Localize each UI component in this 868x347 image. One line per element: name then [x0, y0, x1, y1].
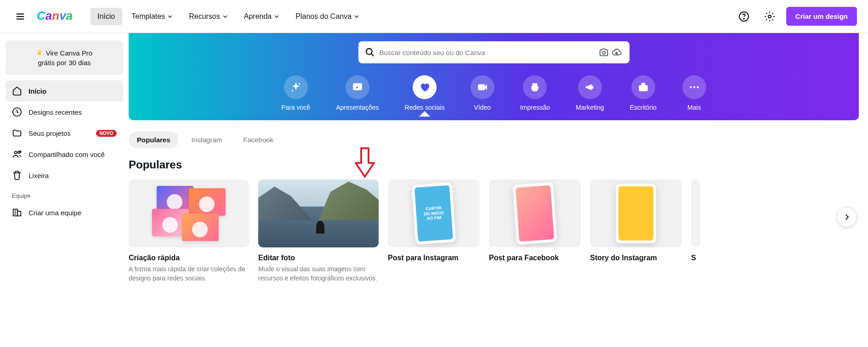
category-label: Mais [687, 104, 701, 111]
card-thumbnail [590, 179, 682, 247]
sidebar-item-trash[interactable]: Lixeira [6, 165, 123, 186]
search-input[interactable] [375, 49, 597, 56]
sidebar-item-label: Designs recentes [28, 108, 82, 116]
card-title: Post para Instagram [388, 254, 480, 262]
nav-templates[interactable]: Templates [124, 8, 180, 25]
category-label: Vídeo [474, 104, 491, 111]
folder-icon [12, 128, 22, 138]
new-badge: NOVO [96, 130, 117, 137]
pro-line1-text: Vire Canva Pro [46, 49, 92, 57]
card-edit-photo[interactable]: Editar foto Mude o visual das suas image… [258, 179, 379, 283]
svg-rect-23 [478, 84, 485, 90]
heart-icon [419, 82, 430, 93]
nav-resources[interactable]: Recursos [182, 8, 235, 25]
phone-text: CURTIR DO INÍCIO AO FIM [414, 185, 453, 241]
category-label: Apresentações [336, 104, 379, 111]
video-icon [477, 81, 488, 93]
category-marketing[interactable]: Marketing [576, 75, 604, 111]
card-description: Mude o visual das suas imagens com recur… [258, 265, 379, 283]
create-design-button[interactable]: Criar um design [786, 7, 857, 26]
sidebar-item-recent[interactable]: Designs recentes [6, 101, 123, 123]
more-icon [688, 81, 700, 93]
svg-point-21 [291, 90, 293, 91]
card-instagram-post[interactable]: CURTIR DO INÍCIO AO FIM Post para Instag… [388, 179, 480, 283]
card-thumbnail [489, 179, 581, 247]
tab-instagram[interactable]: Instagram [183, 131, 231, 148]
card-facebook-post[interactable]: Post para Facebook [489, 179, 581, 283]
category-social[interactable]: Redes sociais [405, 75, 445, 111]
svg-line-18 [371, 54, 374, 56]
svg-rect-22 [353, 83, 362, 90]
category-label: Redes sociais [405, 104, 445, 111]
card-title: Story do Instagram [590, 254, 682, 262]
briefcase-icon [637, 81, 649, 93]
pro-upgrade-banner[interactable]: ♛ Vire Canva Pro grátis por 30 dias [6, 40, 123, 75]
svg-rect-27 [639, 85, 648, 91]
pro-banner-line1: ♛ Vire Canva Pro [13, 49, 116, 57]
category-label: Escritório [630, 104, 657, 111]
trash-icon [12, 170, 22, 180]
card-thumbnail [691, 179, 700, 247]
menu-icon [15, 11, 25, 22]
settings-button[interactable] [760, 7, 779, 26]
presentation-icon [352, 81, 363, 93]
hamburger-menu[interactable] [11, 7, 29, 26]
chevron-down-icon [168, 14, 172, 19]
pro-banner-line2: grátis por 30 dias [13, 59, 116, 67]
nav-learn[interactable]: Aprenda [237, 8, 287, 25]
nav-plans[interactable]: Planos do Canva [288, 8, 366, 25]
sidebar-item-projects[interactable]: Seus projetos NOVO [6, 123, 123, 144]
svg-point-5 [743, 18, 744, 19]
home-icon [12, 86, 22, 96]
category-print[interactable]: Impressão [520, 75, 550, 111]
svg-point-28 [690, 86, 692, 88]
svg-point-29 [693, 86, 695, 88]
category-video[interactable]: Vídeo [471, 75, 494, 111]
nav-templates-label: Templates [131, 12, 165, 21]
category-label: Marketing [576, 104, 604, 111]
card-thumbnail [129, 179, 249, 247]
canva-logo[interactable]: Canva [37, 9, 79, 24]
chevron-down-icon [223, 14, 227, 19]
chevron-right-icon [843, 213, 851, 221]
search-camera-button[interactable] [597, 46, 610, 59]
search-upload-button[interactable] [610, 46, 623, 59]
nav-home[interactable]: Início [90, 8, 122, 25]
top-navbar: Canva Início Templates Recursos Aprenda … [0, 0, 868, 33]
category-label: Para você [281, 104, 310, 111]
nav-resources-label: Recursos [189, 12, 220, 21]
camera-icon [599, 47, 609, 57]
chevron-down-icon [274, 14, 279, 19]
search-wrap [349, 41, 639, 63]
svg-point-20 [299, 83, 300, 84]
card-description: A forma mais rápida de criar coleções de… [129, 265, 249, 283]
sidebar-item-home[interactable]: Início [6, 80, 123, 101]
megaphone-icon [584, 81, 596, 93]
sidebar-item-shared[interactable]: Compartilhado com você [6, 144, 123, 165]
help-icon [738, 11, 749, 22]
sidebar-item-label: Seus projetos [28, 129, 71, 137]
svg-text:Canva: Canva [37, 9, 73, 22]
help-button[interactable] [735, 7, 753, 26]
category-presentations[interactable]: Apresentações [336, 75, 379, 111]
template-cards: Criação rápida A forma mais rápida de cr… [129, 179, 859, 283]
card-instagram-story[interactable]: Story do Instagram [590, 179, 682, 283]
nav-learn-label: Aprenda [244, 12, 272, 21]
category-for-you[interactable]: Para você [281, 75, 310, 111]
hero-banner: Para você Apresentações Redes sociais Ví… [129, 33, 859, 120]
filter-tabs: Populares Instagram Facebook [129, 120, 859, 148]
svg-point-17 [366, 49, 372, 55]
svg-point-6 [768, 15, 771, 18]
card-partial[interactable]: S [691, 179, 700, 283]
people-icon [12, 149, 22, 159]
tab-popular[interactable]: Populares [129, 131, 179, 148]
carousel-next-button[interactable] [837, 207, 857, 227]
tab-facebook[interactable]: Facebook [235, 131, 282, 148]
category-more[interactable]: Mais [682, 75, 706, 111]
sidebar-item-create-team[interactable]: Criar uma equipe [6, 202, 123, 223]
search-bar[interactable] [358, 41, 630, 63]
card-quick-create[interactable]: Criação rápida A forma mais rápida de cr… [129, 179, 249, 283]
sparkle-icon [290, 81, 302, 93]
content-area: ♛ Vire Canva Pro grátis por 30 dias Iníc… [0, 33, 868, 283]
category-office[interactable]: Escritório [630, 75, 657, 111]
